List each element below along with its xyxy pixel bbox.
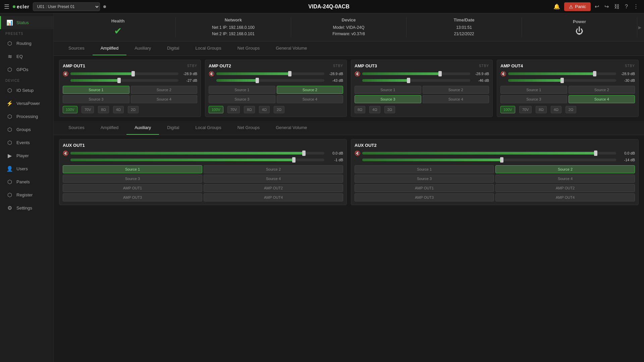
imp-btn-4[interactable]: 2Ω — [566, 106, 576, 113]
imp-btn-0[interactable]: 100V — [63, 106, 77, 113]
source-btn-3[interactable]: Source 3 — [63, 95, 129, 103]
aux-tab-amplified[interactable]: Amplified — [93, 121, 126, 135]
aux-source-btn-2[interactable]: Source 2 — [204, 165, 343, 173]
aux-source-btn-8[interactable]: AMP OUT4 — [495, 193, 635, 201]
fader1-track[interactable] — [362, 72, 470, 75]
aux-source-btn-7[interactable]: AMP OUT3 — [355, 193, 494, 201]
fader2-handle[interactable] — [256, 78, 259, 83]
imp-btn-1[interactable]: 70V — [519, 106, 532, 113]
undo-button[interactable]: ↩ — [593, 2, 600, 11]
aux-source-btn-6[interactable]: AMP OUT2 — [204, 184, 343, 192]
source-btn-4[interactable]: Source 4 — [277, 95, 343, 103]
aux-source-btn-3[interactable]: Source 3 — [355, 175, 494, 183]
imp-btn-2[interactable]: 8Ω — [244, 106, 255, 113]
aux-source-btn-1[interactable]: Source 1 — [63, 165, 202, 173]
redo-button[interactable]: ↪ — [603, 2, 610, 11]
mute-button[interactable]: 🔇 — [355, 71, 360, 76]
source-btn-1[interactable]: Source 1 — [355, 86, 421, 94]
aux-fader1-track[interactable] — [362, 152, 616, 155]
imp-btn-0[interactable]: 100V — [209, 106, 223, 113]
sidebar-item-groups[interactable]: ⬡ Groups — [0, 123, 53, 136]
aux-tab-general-volume[interactable]: General Volume — [268, 121, 315, 135]
tab-local-groups[interactable]: Local Groups — [187, 42, 229, 55]
imp-btn-1[interactable]: 4Ω — [369, 106, 380, 113]
fader2-track[interactable] — [362, 79, 470, 82]
tab-sources[interactable]: Sources — [60, 42, 93, 55]
fader2-track[interactable] — [216, 79, 324, 82]
source-btn-2[interactable]: Source 2 — [277, 86, 343, 94]
source-btn-4[interactable]: Source 4 — [423, 95, 489, 103]
sidebar-item-routing[interactable]: ⬡ Routing — [0, 37, 53, 50]
aux-source-btn-7[interactable]: AMP OUT3 — [63, 193, 202, 201]
aux-source-btn-5[interactable]: AMP OUT1 — [63, 184, 202, 192]
notification-button[interactable]: 🔔 — [552, 2, 561, 11]
aux-tab-digital[interactable]: Digital — [159, 121, 187, 135]
imp-btn-0[interactable]: 8Ω — [355, 106, 365, 113]
sidebar-item-events[interactable]: ⬡ Events — [0, 136, 53, 149]
imp-btn-2[interactable]: 8Ω — [98, 106, 109, 113]
aux-mute-button[interactable]: 🔇 — [355, 150, 360, 156]
tab-amplified[interactable]: Amplified — [93, 42, 126, 55]
sidebar-item-player[interactable]: ▶ Player — [0, 149, 53, 162]
source-btn-3[interactable]: Source 3 — [355, 95, 421, 103]
fader2-track[interactable] — [70, 79, 178, 82]
imp-btn-2[interactable]: 8Ω — [536, 106, 546, 113]
aux-source-btn-1[interactable]: Source 1 — [355, 165, 494, 173]
imp-btn-3[interactable]: 4Ω — [259, 106, 270, 113]
tab-auxiliary[interactable]: Auxiliary — [126, 42, 159, 55]
imp-btn-2[interactable]: 2Ω — [384, 106, 395, 113]
fader1-track[interactable] — [70, 72, 178, 75]
sidebar-item-settings[interactable]: ⚙ Settings — [0, 201, 53, 215]
aux-fader2-track[interactable] — [362, 159, 616, 161]
source-btn-3[interactable]: Source 3 — [500, 95, 567, 103]
aux-fader1-track[interactable] — [70, 152, 324, 155]
aux-source-btn-5[interactable]: AMP OUT1 — [355, 184, 494, 192]
sidebar-item-eq[interactable]: ≋ EQ — [0, 50, 53, 63]
fader1-track[interactable] — [508, 72, 616, 75]
fader2-handle[interactable] — [117, 78, 121, 83]
link-button[interactable]: ⛓ — [613, 2, 621, 11]
aux-fader1-handle[interactable] — [302, 150, 306, 156]
aux-mute-button[interactable]: 🔇 — [63, 150, 68, 156]
more-button[interactable]: ⋮ — [632, 2, 640, 11]
aux-tab-net-groups[interactable]: Net Groups — [229, 121, 268, 135]
imp-btn-4[interactable]: 2Ω — [128, 106, 139, 113]
fader1-handle[interactable] — [438, 71, 442, 76]
aux-source-btn-4[interactable]: Source 4 — [204, 175, 343, 183]
aux-source-btn-6[interactable]: AMP OUT2 — [495, 184, 635, 192]
fader1-track[interactable] — [216, 72, 324, 75]
aux-fader2-track[interactable] — [70, 159, 324, 161]
source-btn-1[interactable]: Source 1 — [209, 86, 275, 94]
fader2-track[interactable] — [508, 79, 616, 82]
fader1-handle[interactable] — [288, 71, 291, 76]
aux-source-btn-4[interactable]: Source 4 — [495, 175, 635, 183]
imp-btn-3[interactable]: 4Ω — [551, 106, 561, 113]
aux-tab-sources[interactable]: Sources — [60, 121, 93, 135]
fader2-handle[interactable] — [560, 78, 564, 83]
fader2-handle[interactable] — [407, 78, 410, 83]
sidebar-item-status[interactable]: 📊 Status — [0, 16, 53, 29]
sidebar-item-gpos[interactable]: ⬡ GPOs — [0, 63, 53, 76]
sidebar-item-versapower[interactable]: ⚡ VersaPower — [0, 97, 53, 110]
mute-button[interactable]: 🔇 — [500, 71, 506, 76]
mute-button[interactable]: 🔇 — [209, 71, 214, 76]
expand-arrow-icon[interactable]: ▶ — [638, 25, 641, 30]
imp-btn-1[interactable]: 70V — [227, 106, 240, 113]
aux-fader2-handle[interactable] — [500, 157, 503, 163]
source-btn-2[interactable]: Source 2 — [569, 86, 635, 94]
source-btn-2[interactable]: Source 2 — [423, 86, 489, 94]
aux-fader1-handle[interactable] — [594, 150, 597, 156]
power-icon[interactable]: ⏻ — [576, 26, 584, 36]
sidebar-item-users[interactable]: 👤 Users — [0, 162, 53, 175]
sidebar-item-panels[interactable]: ⬡ Panels — [0, 175, 53, 188]
imp-btn-1[interactable]: 70V — [82, 106, 94, 113]
source-btn-2[interactable]: Source 2 — [131, 86, 198, 94]
fader1-handle[interactable] — [131, 71, 135, 76]
source-btn-3[interactable]: Source 3 — [209, 95, 275, 103]
source-btn-1[interactable]: Source 1 — [63, 86, 129, 94]
source-btn-1[interactable]: Source 1 — [500, 86, 567, 94]
mute-button[interactable]: 🔇 — [63, 71, 68, 76]
aux-source-btn-8[interactable]: AMP OUT4 — [204, 193, 343, 201]
source-btn-4[interactable]: Source 4 — [569, 95, 635, 103]
imp-btn-3[interactable]: 4Ω — [113, 106, 124, 113]
